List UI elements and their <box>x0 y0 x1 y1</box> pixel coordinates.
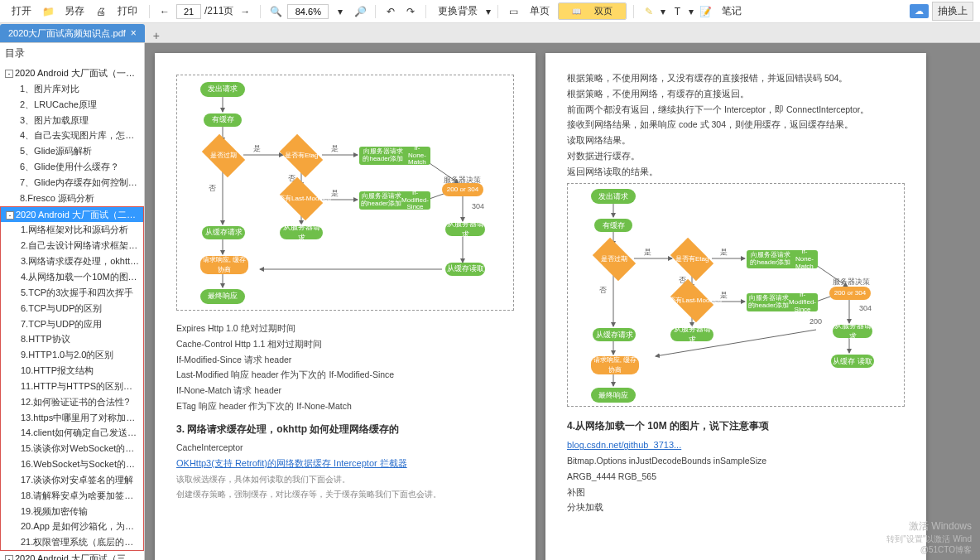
page-right: 根据策略，不使用网络，又没有缓存的直接报错，并返回错误码 504。 根据策略，不… <box>545 53 926 560</box>
toc-item-s2-17[interactable]: 18.请解释安卓为啥要加签名机制? <box>1 488 143 504</box>
section-1-head[interactable]: -2020 Android 大厂面试（一）图片 合集 <box>0 65 144 81</box>
toc-item-s1-5[interactable]: 6、Glide使用什么缓存？ <box>0 159 144 175</box>
zoom-out-icon[interactable]: 🔍 <box>267 3 284 20</box>
heading-4: 4.从网络加载一个 10M 的图片，说下注意事项 <box>567 418 905 433</box>
tab-close-icon[interactable]: × <box>131 27 137 39</box>
zoom-input[interactable] <box>287 4 329 19</box>
double-page-button[interactable]: 📖双页 <box>559 3 626 19</box>
page-prev-icon[interactable]: ← <box>156 3 173 20</box>
save-as-button[interactable]: 另存 <box>60 2 89 20</box>
open-button[interactable]: 打开 <box>7 2 36 20</box>
page-view[interactable]: 发出请求 有缓存 是否过期 是 否 是否有Etag 是 向服务器请求的heade… <box>145 43 980 560</box>
toc-item-s2-6[interactable]: 7.TCP与UDP的应用 <box>1 316 143 332</box>
section-3-head[interactable]: -2020 Android 大厂面试（三）数据库 合 <box>0 551 144 560</box>
toc-item-s2-2[interactable]: 3.网络请求缓存处理，okhttp如何处理 <box>1 253 143 269</box>
toc-item-s2-7[interactable]: 8.HTTP协议 <box>1 331 143 347</box>
text-inm: If-None-Match 请求 header <box>176 384 514 398</box>
toc-item-s2-14[interactable]: 15.谈谈你对WebSocket的理解 <box>1 441 143 456</box>
toc-item-s2-10[interactable]: 11.HTTP与HTTPS的区别以及如何实现 <box>1 379 143 394</box>
text-expires: Expires Http 1.0 绝对过期时间 <box>176 322 514 336</box>
main-toolbar: 打开 📁 另存 🖨 打印 ← /211页 → 🔍 ▾ 🔎 ↶ ↷ 更换背景 ▾ … <box>0 0 980 23</box>
flow-box-inm: 向服务器请求的header添加If-None-Match <box>359 147 430 165</box>
flow-box-ims: 向服务器请求的header添加If-Modified-Since <box>359 191 430 210</box>
sidebar-title: 目录 <box>0 43 144 64</box>
view-mode-group: 📖双页 <box>558 2 627 20</box>
toc-item-s2-20[interactable]: 21.权限管理系统（底层的权限是如何 <box>1 534 143 550</box>
page-next-icon[interactable]: → <box>237 3 253 20</box>
toc-item-s2-18[interactable]: 19.视频加密传输 <box>1 504 143 519</box>
toc-item-s2-8[interactable]: 9.HTTP1.0与2.0的区别 <box>1 347 143 363</box>
flow-resp: 请求响应, 缓存协商 <box>200 256 248 274</box>
toc-item-s1-1[interactable]: 2、LRUCache原理 <box>0 97 144 113</box>
flow-req-cache: 从缓存请求 <box>202 226 245 239</box>
note-2: 创建缓存策略，强制缓存，对比缓存等，关于缓存策略我们下面也会讲。 <box>176 488 514 500</box>
cloud-icon[interactable]: ☁ <box>910 4 929 18</box>
rotate-right-icon[interactable]: ↷ <box>402 3 419 20</box>
text-lm: Last-Modified 响应 header 作为下次的 If-Modifie… <box>176 369 514 382</box>
page-total-label: /211页 <box>204 4 233 18</box>
notes-button[interactable]: 笔记 <box>717 2 747 20</box>
toc-item-s2-12[interactable]: 13.https中哪里用了对称加密，哪里用 <box>1 410 143 426</box>
link-csdn[interactable]: blog.csdn.net/github_3713... <box>567 440 681 450</box>
outline-sidebar[interactable]: 目录 -2020 Android 大厂面试（一）图片 合集 1、图片库对比2、L… <box>0 43 145 560</box>
text-ci: CacheInterceptor <box>176 442 514 455</box>
section-2-head[interactable]: -2020 Android 大厂面试（二）网络和安全 <box>1 207 143 223</box>
toc-item-s2-3[interactable]: 4.从网络加载一个10M的图片，说下注 <box>1 269 143 285</box>
heading-3: 3. 网络请求缓存处理，okhttp 如何处理网络缓存的 <box>176 422 514 437</box>
toc-item-s1-2[interactable]: 3、图片加载原理 <box>0 113 144 128</box>
text-etag: ETag 响应 header 作为下次的 If-None-Match <box>176 400 514 413</box>
toc-item-s1-7[interactable]: 8.Fresco 源码分析 <box>0 191 144 206</box>
flow-req-server: 从服务器请求 <box>280 226 323 239</box>
notes-icon[interactable]: 📝 <box>697 3 713 20</box>
folder-icon[interactable]: 📁 <box>40 3 56 20</box>
flowchart-2: 发出请求 有缓存 是否过期 是 否 是否有Etag 是 向服务器请求的heade… <box>567 183 905 407</box>
swap-button[interactable]: 抽换上 <box>932 2 973 21</box>
text-cache-control: Cache-Control Http 1.1 相对过期时间 <box>176 338 514 351</box>
toc-item-s2-4[interactable]: 5.TCP的3次握手和四次挥手 <box>1 285 143 301</box>
highlight-icon[interactable]: ✎ <box>641 3 657 20</box>
print-button[interactable]: 打印 <box>113 2 142 20</box>
text-ims: If-Modified-Since 请求 header <box>176 354 514 367</box>
single-page-icon[interactable]: ▭ <box>505 3 521 20</box>
tab-add-button[interactable]: + <box>147 29 166 42</box>
toc-item-s2-9[interactable]: 10.HTTP报文结构 <box>1 363 143 379</box>
watermark: 激活 Windows 转到"设置"以激活 Wind @51CTO博客 <box>886 520 972 555</box>
toc-item-s1-6[interactable]: 7、Glide内存缓存如何控制大小？ <box>0 175 144 191</box>
toc-item-s2-15[interactable]: 16.WebSocket与Socket的区别 <box>1 456 143 472</box>
toc-item-s1-4[interactable]: 5、Glide源码解析 <box>0 143 144 159</box>
page-left: 发出请求 有缓存 是否过期 是 否 是否有Etag 是 向服务器请求的heade… <box>155 53 536 560</box>
link-okhttp3[interactable]: OKHttp3(支持 Retrofit)的网络数据缓存 Interceptor … <box>176 458 407 468</box>
tab-title: 2020大厂面试高频知识点.pdf <box>8 27 126 40</box>
toc-item-s1-0[interactable]: 1、图片库对比 <box>0 81 144 97</box>
toc-item-s2-1[interactable]: 2.自己去设计网络请求框架，怎么做？ <box>1 238 143 253</box>
flow-req-server2: 从服务器请求 <box>445 223 485 236</box>
toc-item-s2-0[interactable]: 1.网络框架对比和源码分析 <box>1 222 143 238</box>
flow-end: 最终响应 <box>200 289 245 304</box>
flow-code: 200 or 304 <box>442 183 483 196</box>
document-tab[interactable]: 2020大厂面试高频知识点.pdf × <box>0 24 145 42</box>
toc-item-s2-11[interactable]: 12.如何验证证书的合法性? <box>1 394 143 410</box>
dropdown-icon[interactable]: ▾ <box>332 3 348 20</box>
note-1: 该取候选缓存，具体如何读取的我们下面会讲。 <box>176 473 514 485</box>
toc-item-s2-13[interactable]: 14.client如何确定自己发送的消息被s <box>1 425 143 441</box>
toc-item-s2-5[interactable]: 6.TCP与UDP的区别 <box>1 301 143 316</box>
flowchart-1: 发出请求 有缓存 是否过期 是 否 是否有Etag 是 向服务器请求的heade… <box>176 75 514 311</box>
page-number-input[interactable] <box>176 4 201 19</box>
bg-menu-button[interactable]: 更换背景 <box>433 2 483 20</box>
print-icon[interactable]: 🖨 <box>93 3 109 20</box>
flow-start: 发出请求 <box>200 82 245 97</box>
toc-item-s1-3[interactable]: 4、自己去实现图片库，怎么做？ <box>0 128 144 143</box>
flow-cache: 有缓存 <box>204 113 242 127</box>
rotate-left-icon[interactable]: ↶ <box>382 3 399 20</box>
toc-item-s2-19[interactable]: 20.App 是如何沙箱化，为什么要这么 <box>1 519 143 534</box>
toc-item-s2-16[interactable]: 17.谈谈你对安卓签名的理解 <box>1 472 143 488</box>
flow-resp2: 从缓存读取 <box>445 263 485 276</box>
zoom-in-icon[interactable]: 🔎 <box>352 3 368 20</box>
single-page-button[interactable]: 单页 <box>525 2 555 20</box>
text-tool-icon[interactable]: T <box>669 3 685 20</box>
tab-bar: 2020大厂面试高频知识点.pdf × + <box>0 23 980 43</box>
